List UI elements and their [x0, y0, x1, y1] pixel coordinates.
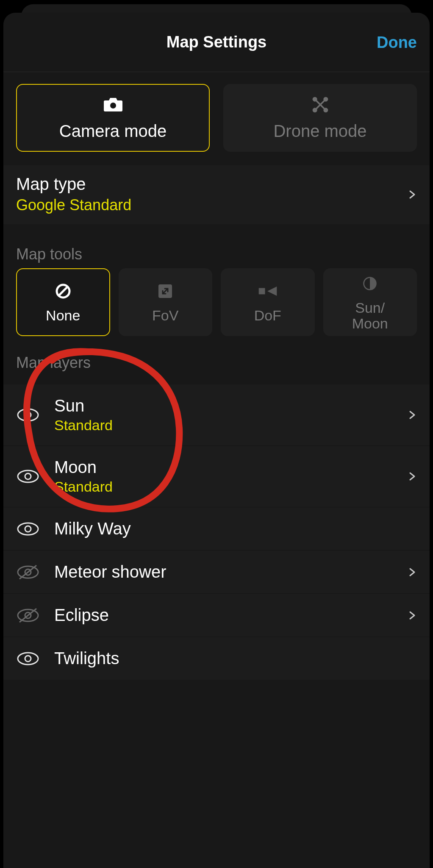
map-layers-list: SunStandardMoonStandardMilky WayMeteor s…	[3, 384, 430, 680]
layer-title: Twilights	[54, 649, 417, 668]
eye-icon[interactable]	[16, 406, 40, 423]
layer-subtitle: Standard	[54, 417, 392, 434]
layer-title: Milky Way	[54, 519, 417, 538]
chevron-right-icon	[407, 189, 417, 200]
tool-sunmoon-label: Sun/ Moon	[352, 300, 388, 332]
svg-point-13	[25, 412, 31, 418]
camera-mode-label: Camera mode	[59, 122, 167, 141]
drone-icon	[309, 95, 331, 114]
svg-point-24	[18, 653, 38, 665]
tool-none-label: None	[46, 308, 80, 323]
tool-sunmoon[interactable]: Sun/ Moon	[323, 268, 417, 336]
tool-fov[interactable]: FoV	[119, 268, 213, 336]
layer-row-meteor[interactable]: Meteor shower	[3, 550, 430, 593]
layer-title: Sun	[54, 396, 392, 415]
map-type-label: Map type	[16, 175, 131, 194]
dof-icon	[257, 281, 278, 302]
svg-point-15	[25, 473, 31, 479]
contrast-icon	[359, 273, 380, 294]
eye-icon[interactable]	[16, 520, 40, 537]
layer-row-eclipse[interactable]: Eclipse	[3, 593, 430, 637]
map-tools-selector: None FoV DoF	[3, 268, 430, 341]
tool-dof-label: DoF	[254, 308, 281, 323]
layer-row-moon[interactable]: MoonStandard	[3, 445, 430, 507]
svg-point-14	[18, 470, 38, 482]
done-button[interactable]: Done	[377, 33, 417, 51]
eye-icon[interactable]	[16, 468, 40, 485]
tool-dof[interactable]: DoF	[221, 268, 315, 336]
sheet-header: Map Settings Done	[3, 13, 430, 72]
camera-icon	[102, 95, 124, 114]
drone-mode-label: Drone mode	[273, 122, 366, 141]
map-settings-sheet: Map Settings Done Camera mode	[3, 13, 430, 868]
svg-line-8	[59, 287, 67, 295]
svg-point-0	[110, 103, 116, 108]
map-layers-heading: Map layers	[3, 354, 430, 377]
map-type-row[interactable]: Map type Google Standard	[3, 165, 430, 224]
svg-point-17	[25, 526, 31, 532]
drone-mode-card[interactable]: Drone mode	[223, 84, 417, 152]
chevron-right-icon	[407, 567, 417, 577]
layer-title: Eclipse	[54, 606, 392, 625]
svg-point-12	[18, 409, 38, 421]
eye-icon[interactable]	[16, 650, 40, 667]
eye-off-icon[interactable]	[16, 564, 40, 581]
page-title: Map Settings	[167, 33, 266, 51]
layer-row-twi[interactable]: Twilights	[3, 637, 430, 680]
map-tools-heading: Map tools	[3, 245, 430, 268]
mode-selector: Camera mode Drone mode	[3, 72, 430, 165]
chevron-right-icon	[407, 471, 417, 481]
none-icon	[53, 281, 74, 302]
tool-fov-label: FoV	[152, 308, 178, 323]
chevron-right-icon	[407, 410, 417, 420]
tool-none[interactable]: None	[16, 268, 110, 336]
layer-title: Meteor shower	[54, 562, 392, 581]
svg-point-16	[18, 523, 38, 535]
layer-row-sun[interactable]: SunStandard	[3, 384, 430, 445]
eye-off-icon[interactable]	[16, 607, 40, 624]
layer-title: Moon	[54, 458, 392, 477]
layer-subtitle: Standard	[54, 479, 392, 495]
camera-mode-card[interactable]: Camera mode	[16, 84, 210, 152]
layer-row-milky[interactable]: Milky Way	[3, 507, 430, 550]
svg-point-25	[25, 656, 31, 662]
expand-icon	[155, 281, 176, 302]
chevron-right-icon	[407, 610, 417, 620]
map-type-value: Google Standard	[16, 196, 131, 214]
svg-rect-10	[258, 288, 265, 295]
